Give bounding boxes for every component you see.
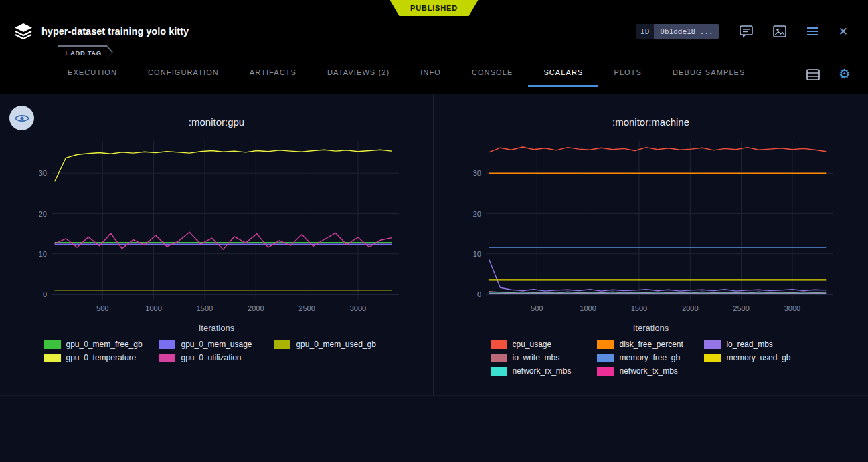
- id-label: ID: [636, 24, 654, 39]
- tab-dataviews-2[interactable]: DATAVIEWS (2): [312, 59, 405, 87]
- tab-plots[interactable]: PLOTS: [598, 59, 657, 87]
- svg-text:3000: 3000: [784, 304, 800, 312]
- legend-swatch: [159, 354, 175, 362]
- tab-execution[interactable]: EXECUTION: [52, 59, 133, 87]
- tab-debug-samples[interactable]: DEBUG SAMPLES: [657, 59, 760, 87]
- legend-label: gpu_0_mem_free_gb: [66, 340, 143, 349]
- machine-chart-plot[interactable]: 010203050010001500200025003000: [462, 136, 840, 318]
- legend-swatch: [704, 354, 721, 362]
- svg-text:1000: 1000: [145, 304, 161, 312]
- legend-item-memory_used_gb[interactable]: memory_used_gb: [704, 353, 811, 362]
- legend-label: io_write_mbs: [513, 353, 560, 362]
- legend-label: gpu_0_mem_usage: [181, 340, 252, 349]
- svg-text:0: 0: [477, 290, 481, 298]
- legend-swatch: [597, 367, 614, 376]
- tab-configuration[interactable]: CONFIGURATION: [133, 59, 234, 87]
- experiment-title: hyper-dataset training yolo kitty: [41, 26, 189, 37]
- legend-swatch: [274, 340, 290, 349]
- legend-label: gpu_0_mem_used_gb: [296, 340, 375, 349]
- legend-item-io_read_mbs[interactable]: io_read_mbs: [704, 340, 811, 349]
- svg-text:30: 30: [39, 169, 47, 177]
- svg-text:30: 30: [473, 169, 481, 177]
- legend-item-gpu_0_mem_usage[interactable]: gpu_0_mem_usage: [159, 340, 274, 349]
- clearml-logo: [13, 23, 33, 40]
- settings-gear-icon[interactable]: ⚙: [839, 67, 851, 87]
- legend-swatch: [491, 367, 507, 376]
- svg-text:2000: 2000: [682, 304, 698, 312]
- experiment-id-badge[interactable]: ID 0b1dde18 ...: [636, 24, 719, 39]
- legend-swatch: [44, 340, 61, 349]
- tab-bar: EXECUTIONCONFIGURATIONARTIFACTSDATAVIEWS…: [0, 59, 868, 87]
- machine-chart-legend: cpu_usagedisk_free_percentio_read_mbsio_…: [491, 340, 812, 380]
- svg-text:2500: 2500: [733, 304, 749, 312]
- svg-text:10: 10: [39, 250, 47, 258]
- svg-text:0: 0: [43, 290, 47, 298]
- visibility-eye-button[interactable]: [9, 106, 34, 130]
- legend-label: io_read_mbs: [726, 340, 772, 349]
- legend-label: network_tx_mbs: [619, 366, 677, 376]
- svg-text:2000: 2000: [248, 304, 264, 312]
- tab-bar-items: EXECUTIONCONFIGURATIONARTIFACTSDATAVIEWS…: [52, 59, 760, 87]
- legend-label: gpu_0_temperature: [66, 353, 137, 362]
- gpu-x-axis-title: Iterations: [0, 323, 433, 333]
- legend-label: disk_free_percent: [619, 340, 683, 349]
- tab-info[interactable]: INFO: [405, 59, 456, 87]
- legend-item-disk_free_percent[interactable]: disk_free_percent: [597, 340, 704, 349]
- legend-label: cpu_usage: [513, 340, 552, 349]
- legend-item-network_rx_mbs[interactable]: network_rx_mbs: [491, 366, 598, 376]
- svg-text:1500: 1500: [631, 304, 647, 312]
- svg-text:20: 20: [39, 210, 47, 218]
- menu-icon[interactable]: [806, 27, 818, 36]
- gpu-chart-legend: gpu_0_mem_free_gbgpu_0_mem_usagegpu_0_me…: [44, 340, 389, 366]
- close-icon[interactable]: ✕: [839, 25, 848, 39]
- tab-scalars[interactable]: SCALARS: [528, 59, 598, 87]
- legend-item-gpu_0_mem_used_gb[interactable]: gpu_0_mem_used_gb: [274, 340, 389, 349]
- add-tag-button[interactable]: + ADD TAG: [58, 45, 113, 59]
- svg-text:500: 500: [531, 304, 543, 312]
- legend-swatch: [44, 354, 61, 362]
- legend-label: network_rx_mbs: [513, 366, 572, 376]
- legend-swatch: [704, 340, 721, 349]
- machine-chart-title: :monitor:machine: [434, 116, 868, 128]
- id-value: 0b1dde18 ...: [654, 24, 719, 39]
- legend-swatch: [491, 354, 507, 362]
- legend-item-cpu_usage[interactable]: cpu_usage: [491, 340, 598, 349]
- legend-item-network_tx_mbs[interactable]: network_tx_mbs: [597, 366, 704, 376]
- svg-text:1500: 1500: [197, 304, 213, 312]
- tab-console[interactable]: CONSOLE: [456, 59, 529, 87]
- svg-text:500: 500: [96, 304, 108, 312]
- scalars-content: :monitor:gpu 010203050010001500200025003…: [0, 94, 868, 462]
- gpu-chart-title: :monitor:gpu: [0, 116, 433, 128]
- experiment-header: PUBLISHED hyper-dataset training yolo ki…: [0, 0, 868, 94]
- comment-icon[interactable]: [740, 25, 753, 38]
- eye-icon: [15, 114, 29, 123]
- svg-text:2500: 2500: [298, 304, 315, 312]
- legend-item-memory_free_gb[interactable]: memory_free_gb: [597, 353, 704, 362]
- machine-x-axis-title: Iterations: [434, 323, 868, 333]
- svg-text:3000: 3000: [350, 304, 366, 312]
- legend-item-io_write_mbs[interactable]: io_write_mbs: [491, 353, 598, 362]
- svg-text:10: 10: [473, 250, 481, 258]
- svg-text:20: 20: [473, 210, 481, 218]
- gpu-chart-panel: :monitor:gpu 010203050010001500200025003…: [0, 94, 434, 395]
- legend-item-gpu_0_temperature[interactable]: gpu_0_temperature: [44, 353, 159, 362]
- legend-item-gpu_0_utilization[interactable]: gpu_0_utilization: [159, 353, 274, 362]
- legend-swatch: [597, 340, 614, 349]
- machine-chart-panel: :monitor:machine 01020305001000150020002…: [434, 94, 868, 395]
- legend-label: memory_used_gb: [726, 353, 790, 362]
- gpu-chart-plot[interactable]: 010203050010001500200025003000: [27, 136, 406, 318]
- legend-label: memory_free_gb: [619, 353, 680, 362]
- legend-item-gpu_0_mem_free_gb[interactable]: gpu_0_mem_free_gb: [44, 340, 159, 349]
- legend-swatch: [597, 354, 614, 362]
- svg-text:1000: 1000: [580, 304, 596, 312]
- legend-swatch: [159, 340, 175, 349]
- status-ribbon: PUBLISHED: [390, 0, 479, 16]
- legend-swatch: [491, 340, 507, 349]
- image-icon[interactable]: [773, 25, 786, 37]
- table-view-icon[interactable]: [806, 69, 820, 87]
- tab-artifacts[interactable]: ARTIFACTS: [234, 59, 312, 87]
- legend-label: gpu_0_utilization: [181, 353, 241, 362]
